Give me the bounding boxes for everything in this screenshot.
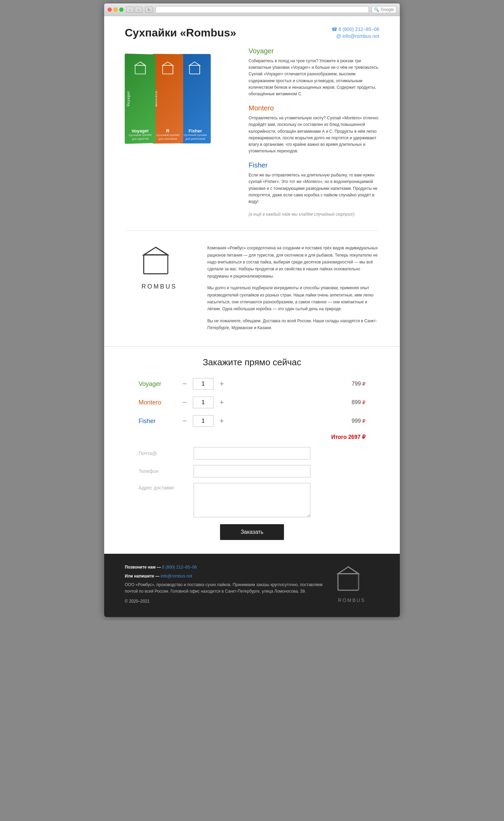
italic-note: (а ещё в каждый пайк мы кладём случайный…: [249, 212, 379, 217]
voyager-description: Voyager Собираетесь в поход на трое суто…: [249, 47, 379, 97]
footer-phone-link[interactable]: 8 (800) 212–85–06: [162, 565, 197, 570]
footer-email-label: Или напишите —: [125, 574, 160, 579]
montero-currency: ₽: [362, 400, 365, 405]
footer-company-info: ООО «Ромбус», производство и поставка су…: [125, 582, 324, 595]
footer-email-link[interactable]: info@rombus.not: [161, 574, 192, 579]
refresh-button[interactable]: ↻: [145, 7, 153, 13]
phone-link[interactable]: 8 (800) 212–85–06: [331, 26, 379, 32]
order-controls-fisher: − +: [180, 415, 352, 427]
voyager-currency: ₽: [362, 381, 365, 387]
fisher-plus-button[interactable]: +: [217, 416, 227, 426]
order-controls-voyager: − +: [180, 378, 352, 390]
svg-marker-8: [189, 62, 200, 65]
voyager-price-value: 799: [352, 381, 361, 387]
montero-description: Montero Отправляетесь на утомительную ох…: [249, 104, 379, 154]
submit-button[interactable]: Заказать: [220, 524, 284, 540]
fisher-box-sub: Суточный сухпаёк для рыболовов: [182, 133, 209, 141]
footer-copyright: © 2020–2021: [125, 598, 324, 605]
svg-marker-5: [163, 62, 173, 65]
about-p2: Мы долго и тщательно подбирали ингредиен…: [207, 284, 379, 313]
svg-rect-10: [144, 255, 168, 274]
phone-label: Телефон: [139, 468, 194, 474]
svg-line-13: [156, 247, 168, 255]
search-box[interactable]: 🔍 Google: [372, 6, 396, 13]
divider-1: [125, 230, 379, 231]
svg-line-2: [140, 62, 145, 65]
order-row-montero: Montero − + 899 ₽: [125, 397, 379, 408]
email-form-row: Почта@: [125, 447, 379, 460]
search-placeholder: Google: [381, 7, 394, 12]
svg-rect-4: [163, 65, 173, 74]
hero-section: Voyager Суточный сухпаёк для туристов Vo…: [104, 47, 400, 227]
svg-rect-7: [189, 65, 200, 74]
voyager-box-name: Voyager: [127, 128, 154, 134]
address-label: Адрес доставки: [139, 483, 194, 490]
hero-image: Voyager Суточный сухпаёк для туристов Vo…: [125, 47, 235, 217]
voyager-title: Voyager: [249, 47, 379, 55]
montero-plus-button[interactable]: +: [217, 398, 227, 407]
page-header: Сухпайки «Rombus» 8 (800) 212–85–06 info…: [104, 16, 400, 47]
product-descriptions: Voyager Собираетесь в поход на трое суто…: [249, 47, 379, 217]
order-section: Закажите прямо сейчас Voyager − + 799 ₽ …: [104, 346, 400, 554]
svg-rect-0: [135, 65, 145, 74]
footer-right: ROMBUS: [324, 564, 379, 603]
back-button[interactable]: ‹: [126, 7, 134, 13]
maximize-dot[interactable]: [119, 8, 123, 12]
montero-price: 899 ₽: [352, 399, 365, 406]
svg-rect-14: [338, 574, 359, 590]
phone-form-row: Телефон: [125, 465, 379, 477]
phone-input[interactable]: [194, 465, 310, 477]
voyager-box: Voyager Суточный сухпаёк для туристов Vo…: [125, 54, 156, 144]
order-montero-name: Montero: [139, 399, 180, 406]
close-dot[interactable]: [108, 8, 112, 12]
voyager-box-icon: [127, 60, 154, 79]
total-label: Итого 2697 ₽: [331, 434, 365, 440]
order-row-fisher: Fisher − + 999 ₽: [125, 415, 379, 427]
address-input[interactable]: [194, 483, 310, 517]
voyager-plus-button[interactable]: +: [217, 379, 227, 389]
fisher-price-value: 999: [352, 418, 361, 424]
order-row-voyager: Voyager − + 799 ₽: [125, 378, 379, 390]
fisher-price: 999 ₽: [352, 418, 365, 424]
montero-minus-button[interactable]: −: [180, 398, 189, 407]
voyager-minus-button[interactable]: −: [180, 379, 189, 389]
voyager-box-label: Voyager: [127, 91, 130, 107]
svg-line-17: [348, 567, 359, 574]
url-bar[interactable]: [155, 6, 369, 13]
order-controls-montero: − +: [180, 397, 352, 408]
browser-nav: ‹ ›: [126, 7, 142, 13]
browser-chrome: ‹ › ↻ 🔍 Google: [104, 3, 400, 16]
footer-phone-label: Позвоните нам —: [125, 565, 161, 570]
fisher-text: Если же вы отправляетесь на длительную р…: [249, 172, 379, 205]
footer: Позвоните нам — 8 (800) 212–85–06 Или на…: [104, 554, 400, 617]
email-link[interactable]: info@rombus.not: [331, 33, 379, 39]
montero-box-icon: [154, 60, 181, 79]
voyager-qty-input[interactable]: [193, 378, 213, 390]
montero-box-name: R: [154, 128, 181, 134]
email-input[interactable]: [194, 447, 310, 460]
svg-marker-1: [135, 62, 145, 66]
email-label: Почта@: [139, 451, 194, 456]
page-content: Сухпайки «Rombus» 8 (800) 212–85–06 info…: [104, 16, 400, 617]
forward-button[interactable]: ›: [135, 7, 142, 13]
voyager-box-sub: Суточный сухпаёк для туристов: [127, 133, 154, 141]
footer-left: Позвоните нам — 8 (800) 212–85–06 Или на…: [125, 564, 324, 607]
montero-box: R Суточный сухпаёк для охотников Montero: [152, 54, 183, 143]
voyager-text: Собираетесь в поход на трое суток? Уложи…: [249, 58, 379, 97]
fisher-box-icon: [182, 60, 209, 79]
voyager-price: 799 ₽: [352, 381, 365, 387]
svg-marker-11: [144, 247, 168, 255]
montero-box-sub: Суточный сухпаёк для охотников: [154, 133, 181, 141]
fisher-minus-button[interactable]: −: [180, 416, 189, 426]
minimize-dot[interactable]: [113, 8, 118, 12]
fisher-qty-input[interactable]: [193, 415, 213, 427]
about-p1: Компания «Ромбус» сосредоточена на созда…: [207, 245, 379, 280]
about-p3: Вы не пожалеете, обещаем. Доставка по вс…: [207, 317, 379, 332]
footer-logo-svg: [333, 564, 371, 593]
search-icon: 🔍: [374, 7, 379, 12]
montero-qty-input[interactable]: [193, 397, 213, 408]
about-text: Компания «Ромбус» сосредоточена на созда…: [207, 245, 379, 336]
footer-phone-line: Позвоните нам — 8 (800) 212–85–06: [125, 564, 324, 571]
montero-title: Montero: [249, 104, 379, 112]
footer-email-line: Или напишите — info@rombus.not: [125, 573, 324, 580]
